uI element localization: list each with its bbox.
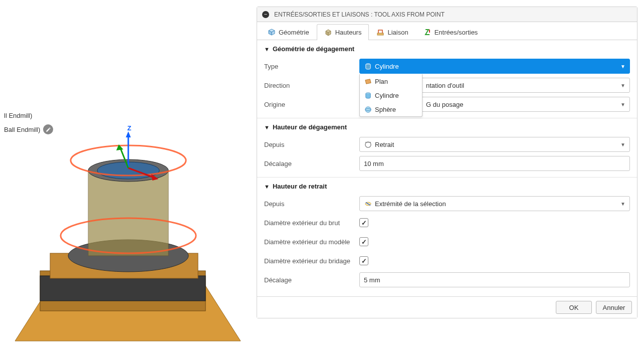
dialog-panel: − ENTRÉES/SORTIES ET LIAISONS : TOOL AXI…	[257, 7, 637, 318]
chevron-down-icon: ▼	[620, 201, 625, 207]
field-label: Depuis	[264, 200, 359, 208]
chevron-down-icon: ▼	[620, 102, 625, 107]
selection-icon	[364, 200, 372, 208]
offset-input[interactable]	[359, 156, 630, 171]
field-label: Diamètre extérieur du modèle	[264, 238, 359, 246]
select-value: ntation d'outil	[426, 82, 464, 89]
tab-label: Entrées/sorties	[435, 29, 478, 36]
caret-down-icon: ▼	[264, 46, 270, 52]
chevron-down-icon: ▼	[620, 64, 625, 69]
tab-label: Hauteurs	[335, 29, 362, 36]
ok-button[interactable]: OK	[556, 301, 592, 314]
io-icon	[423, 28, 432, 36]
section-title-text: Hauteur de retrait	[273, 183, 327, 190]
model-illustration	[0, 120, 256, 346]
cancel-button[interactable]: Annuler	[596, 301, 632, 314]
section-title-text: Géométrie de dégagement	[273, 45, 354, 53]
fixture-od-checkbox[interactable]	[359, 256, 368, 265]
tab-label: Géométrie	[279, 29, 309, 36]
field-label: Décalage	[264, 160, 359, 167]
caret-down-icon: ▼	[264, 184, 270, 190]
field-label: Origine	[264, 101, 359, 108]
chevron-down-icon: ▼	[620, 142, 625, 147]
select-value: Extrémité de la sélection	[375, 200, 446, 208]
offset-input[interactable]	[359, 272, 630, 287]
link-icon	[376, 28, 384, 36]
svg-marker-11	[126, 131, 131, 137]
section-clearance-height: ▼ Hauteur de dégagement Depuis Retrait ▼…	[257, 118, 637, 177]
retract-icon	[364, 140, 372, 148]
cylinder-icon	[364, 91, 372, 99]
select-value: Cylindre	[375, 63, 399, 70]
field-label: Depuis	[264, 141, 359, 148]
geometry-icon	[268, 28, 276, 36]
type-dropdown: Plan Cylindre Sphère	[359, 74, 422, 117]
tab-label: Liaison	[387, 29, 408, 36]
section-header[interactable]: ▼ Hauteur de dégagement	[264, 123, 630, 131]
collapse-icon[interactable]: −	[262, 11, 269, 18]
field-label: Décalage	[264, 276, 359, 284]
field-label: Diamètre extérieur du bridage	[264, 257, 359, 265]
heights-icon	[324, 28, 332, 36]
panel-footer: OK Annuler	[257, 296, 637, 318]
svg-marker-25	[365, 79, 370, 83]
dropdown-option-sphere[interactable]: Sphère	[360, 102, 422, 116]
field-label: Type	[264, 63, 359, 70]
plane-icon	[364, 77, 372, 85]
sphere-icon	[364, 105, 372, 113]
field-label: Direction	[264, 82, 359, 89]
svg-rect-5	[88, 170, 168, 256]
tab-link[interactable]: Liaison	[369, 24, 415, 40]
tab-bar: Géométrie Hauteurs Liaison Entrées/sorti…	[257, 22, 637, 40]
section-clearance-geometry: ▼ Géométrie de dégagement Type Cylindre …	[257, 40, 637, 118]
caret-down-icon: ▼	[264, 124, 270, 130]
section-title-text: Hauteur de dégagement	[273, 123, 347, 131]
tab-heights[interactable]: Hauteurs	[317, 24, 369, 40]
panel-title: ENTRÉES/SORTIES ET LIAISONS : TOOL AXIS …	[274, 11, 445, 18]
chevron-down-icon: ▼	[620, 83, 625, 88]
option-label: Cylindre	[375, 92, 399, 99]
svg-rect-22	[377, 33, 383, 35]
cylinder-icon	[364, 62, 372, 70]
section-retract-height: ▼ Hauteur de retrait Depuis Extrémité de…	[257, 177, 637, 293]
option-label: Sphère	[375, 106, 396, 113]
select-value: G du posage	[426, 101, 463, 108]
tab-io[interactable]: Entrées/sorties	[416, 24, 486, 40]
panel-header[interactable]: − ENTRÉES/SORTIES ET LIAISONS : TOOL AXI…	[257, 7, 637, 22]
svg-point-27	[365, 106, 370, 112]
viewport-3d[interactable]: ll Endmill) Ball Endmill) Z	[0, 0, 256, 346]
model-od-checkbox[interactable]	[359, 237, 368, 246]
select-value: Retrait	[375, 141, 394, 148]
model-canvas[interactable]: Z	[0, 120, 256, 346]
axis-z-label: Z	[127, 124, 131, 132]
stock-od-checkbox[interactable]	[359, 218, 368, 227]
type-select[interactable]: Cylindre ▼	[359, 59, 630, 74]
dropdown-option-plan[interactable]: Plan	[360, 74, 422, 88]
svg-point-29	[365, 141, 370, 147]
tree-item-label: ll Endmill)	[4, 112, 32, 119]
section-header[interactable]: ▼ Hauteur de retrait	[264, 183, 630, 190]
tab-geometry[interactable]: Géométrie	[260, 24, 317, 40]
svg-rect-2	[40, 276, 205, 301]
dropdown-option-cylindre[interactable]: Cylindre	[360, 88, 422, 102]
panel-body: ▼ Géométrie de dégagement Type Cylindre …	[257, 40, 637, 296]
from-select[interactable]: Retrait ▼	[359, 137, 630, 152]
option-label: Plan	[375, 78, 388, 85]
from-select[interactable]: Extrémité de la sélection ▼	[359, 196, 630, 211]
field-label: Diamètre extérieur du brut	[264, 219, 359, 227]
section-header[interactable]: ▼ Géométrie de dégagement	[264, 45, 630, 53]
